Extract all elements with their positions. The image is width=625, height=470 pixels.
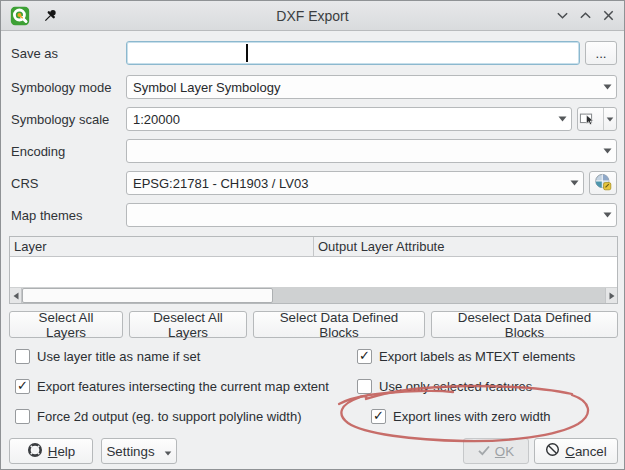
checkbox-export-lines-zero-width[interactable]: Export lines with zero width [371, 406, 551, 426]
checkbox-icon [15, 379, 30, 394]
checkbox-icon [15, 409, 30, 424]
close-icon [602, 9, 615, 22]
symbology-scale-label: Symbology scale [11, 112, 126, 127]
column-header-output-layer-attribute[interactable]: Output Layer Attribute [314, 237, 617, 256]
symbology-mode-row: Symbology mode Symbol Layer Symbology [11, 75, 617, 99]
ok-button[interactable]: OK [463, 438, 529, 464]
column-header-layer[interactable]: Layer [10, 237, 314, 256]
checkbox-icon [357, 349, 372, 364]
layer-table-body[interactable] [10, 257, 617, 287]
cancel-circle-slash-icon [545, 442, 560, 460]
check-icon [478, 444, 490, 459]
layer-table-header: Layer Output Layer Attribute [10, 237, 617, 257]
shade-button[interactable] [554, 8, 570, 24]
window-title: DXF Export [1, 8, 624, 24]
save-as-label: Save as [11, 46, 126, 61]
scrollbar-track[interactable] [22, 288, 605, 303]
checkbox-export-features-intersecting[interactable]: Export features intersecting the current… [15, 376, 329, 396]
chevron-up-icon [579, 9, 592, 22]
symbology-mode-select[interactable]: Symbol Layer Symbology [126, 75, 617, 99]
select-all-layers-button[interactable]: Select All Layers [9, 311, 123, 338]
set-scale-from-canvas-button[interactable] [577, 107, 617, 131]
checkbox-use-layer-title[interactable]: Use layer title as name if set [15, 346, 200, 366]
crs-row: CRS EPSG:21781 - CH1903 / LV03 [11, 171, 617, 195]
map-extent-cursor-icon [578, 111, 598, 127]
symbology-mode-label: Symbology mode [11, 80, 126, 95]
checkbox-icon [357, 379, 372, 394]
pin-icon[interactable] [39, 5, 61, 27]
symbology-scale-row: Symbology scale 1:20000 [11, 107, 617, 131]
qgis-logo-icon [9, 5, 31, 27]
deselect-all-layers-button[interactable]: Deselect All Layers [129, 311, 247, 338]
browse-button[interactable]: ... [585, 41, 617, 65]
save-as-input[interactable] [126, 41, 580, 65]
crs-label: CRS [11, 176, 126, 191]
horizontal-scrollbar[interactable] [10, 287, 617, 303]
encoding-label: Encoding [11, 144, 126, 159]
map-themes-select[interactable] [126, 203, 617, 227]
text-cursor [246, 44, 248, 62]
map-themes-label: Map themes [11, 208, 126, 223]
select-data-defined-blocks-button[interactable]: Select Data Defined Blocks [253, 311, 425, 338]
symbology-scale-select[interactable]: 1:20000 [126, 107, 572, 131]
help-button-wrap: Help [9, 438, 93, 464]
chevron-down-icon [556, 9, 569, 22]
cancel-button[interactable]: Cancel [534, 438, 618, 464]
globe-edit-icon [594, 173, 612, 194]
select-crs-button[interactable] [589, 171, 617, 195]
chevron-down-icon [598, 140, 616, 162]
chevron-down-icon [553, 108, 571, 130]
checkbox-icon [371, 409, 386, 424]
maximize-button[interactable] [577, 8, 593, 24]
layer-table: Layer Output Layer Attribute [9, 236, 618, 304]
deselect-data-defined-blocks-button[interactable]: Deselect Data Defined Blocks [431, 311, 618, 338]
map-themes-row: Map themes [11, 203, 617, 227]
scrollbar-right-arrow-icon[interactable] [605, 288, 617, 303]
help-button[interactable]: Help [9, 438, 93, 464]
checkbox-export-labels-mtext[interactable]: Export labels as MTEXT elements [357, 346, 575, 366]
save-as-row: Save as ... [11, 41, 617, 65]
life-buoy-icon [27, 442, 43, 461]
chevron-down-icon [164, 444, 172, 459]
ok-button-wrap: OK [463, 438, 529, 464]
scrollbar-left-arrow-icon[interactable] [10, 288, 22, 303]
encoding-select[interactable] [126, 139, 617, 163]
chevron-down-icon [598, 204, 616, 226]
close-button[interactable] [600, 8, 616, 24]
scrollbar-thumb[interactable] [22, 288, 273, 303]
crs-select[interactable]: EPSG:21781 - CH1903 / LV03 [126, 171, 584, 195]
chevron-down-icon [598, 76, 616, 98]
titlebar[interactable]: DXF Export [1, 1, 624, 31]
encoding-row: Encoding [11, 139, 617, 163]
chevron-down-icon [565, 172, 583, 194]
cancel-button-wrap: Cancel [534, 438, 618, 464]
selection-buttons-row: Select All Layers Deselect All Layers Se… [9, 311, 618, 338]
chevron-down-icon[interactable] [603, 108, 616, 130]
settings-button[interactable]: Settings [101, 438, 177, 464]
dxf-export-dialog: DXF Export Save as ... Symbology mode Sy… [0, 0, 625, 470]
checkbox-force-2d-output[interactable]: Force 2d output (eg. to support polyline… [15, 406, 301, 426]
checkbox-use-only-selected[interactable]: Use only selected features [357, 376, 532, 396]
checkbox-icon [15, 349, 30, 364]
settings-button-wrap: Settings [101, 438, 177, 464]
